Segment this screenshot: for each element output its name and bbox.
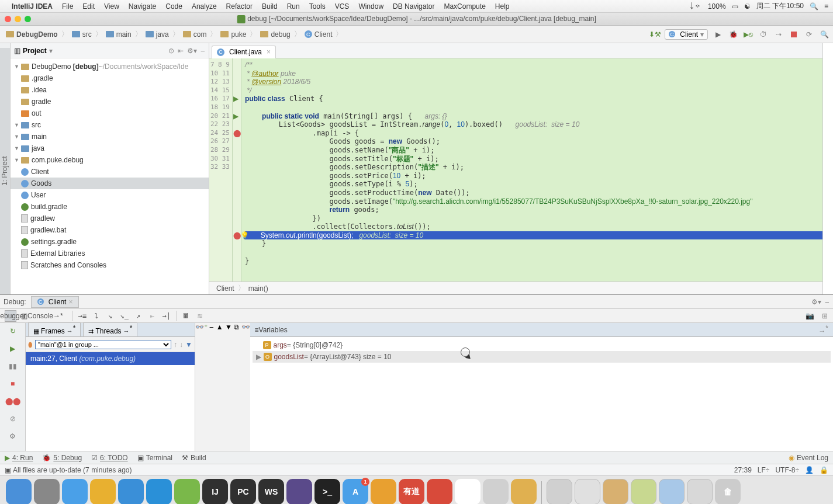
dock-app[interactable] — [511, 479, 537, 504]
menu-navigate[interactable]: Navigate — [129, 2, 156, 11]
menu-help[interactable]: Help — [495, 2, 510, 11]
new-watch-icon[interactable]: 👓⁺ — [195, 323, 208, 331]
dock-app[interactable] — [286, 479, 312, 504]
stop-debug-icon[interactable]: ■ — [7, 378, 19, 390]
tree-item[interactable]: .idea — [11, 84, 209, 96]
wifi-icon[interactable]: ⏚ ᯤ — [690, 2, 702, 11]
gutter-marks[interactable]: ▶▶⬤⬤💡 — [233, 58, 241, 281]
watch-up-icon[interactable]: ▲ — [216, 323, 223, 331]
step-over-icon[interactable]: ⤵ — [91, 310, 102, 322]
tool-debug[interactable]: 🐞5: Debug — [42, 454, 82, 462]
tree-item[interactable]: ▼src — [11, 119, 209, 131]
caret-pos[interactable]: 27:39 — [734, 466, 752, 474]
copy-watch-icon[interactable]: ⧉ — [234, 323, 239, 331]
breakpoints-icon[interactable]: ⬤⬤ — [7, 395, 19, 407]
tool-build[interactable]: ⚒Build — [182, 454, 206, 462]
dock-app[interactable] — [687, 479, 713, 504]
frames-tab[interactable]: ▦ Frames →* — [28, 322, 81, 337]
menu-refactor[interactable]: Refactor — [226, 2, 253, 11]
menu-dbnav[interactable]: DB Navigator — [393, 2, 434, 11]
search-icon[interactable]: 🔍 — [819, 29, 829, 40]
remove-watch-icon[interactable]: ‒ — [209, 323, 214, 331]
code-editor[interactable]: /** * @author puke * @version 2018/6/5 *… — [241, 58, 822, 281]
debug-button[interactable]: 🐞 — [728, 29, 738, 40]
filter-icon[interactable]: ▼ — [185, 340, 192, 349]
dock-app[interactable] — [547, 479, 572, 504]
dock-app[interactable] — [631, 479, 656, 504]
editor-tab-client[interactable]: CClient.java× — [212, 46, 276, 58]
mute-bp-icon[interactable]: ⊘ — [7, 413, 19, 425]
tree-item[interactable]: Client — [11, 166, 209, 178]
encoding[interactable]: UTF-8÷ — [775, 466, 799, 474]
show-watches-icon[interactable]: 👓 — [241, 323, 250, 331]
vars-restore-icon[interactable]: →* — [818, 324, 828, 335]
dock-app[interactable] — [174, 479, 200, 504]
settings-icon[interactable]: ⚙▾ — [187, 47, 197, 55]
tool-terminal[interactable]: ▣Terminal — [137, 454, 172, 462]
line-number-gutter[interactable]: 7 8 9 10 11 12 13 14 15 16 17 18 19 20 2… — [209, 58, 233, 281]
notif-icon[interactable]: ≡ — [824, 2, 828, 11]
drop-frame-icon[interactable]: ⇤ — [147, 310, 158, 322]
breadcrumb[interactable]: DebugDemo〉 src〉 main〉 java〉 com〉 puke〉 d… — [4, 29, 344, 39]
dock-app[interactable] — [90, 479, 116, 504]
rerun-icon[interactable]: ↻ — [7, 325, 19, 337]
tree-item[interactable]: Goods — [11, 178, 209, 189]
tool-run[interactable]: ▶4: Run — [5, 454, 33, 462]
close-tab-icon[interactable]: × — [267, 48, 271, 56]
project-tree[interactable]: ▼DebugDemo [debug] ~/Documents/workSpace… — [11, 58, 209, 294]
tree-item[interactable]: gradlew — [11, 213, 209, 224]
threads-tab[interactable]: ⇉ Threads →* — [83, 322, 137, 337]
menu-vcs[interactable]: VCS — [335, 2, 350, 11]
dock-app[interactable]: WS — [258, 479, 284, 504]
dock-app[interactable] — [483, 479, 509, 504]
debugger-tab[interactable]: Debugger — [5, 310, 16, 322]
tree-item[interactable]: gradle — [11, 96, 209, 107]
clock[interactable]: 周二 下午10:50 — [756, 1, 804, 11]
step-out-icon[interactable]: ↗ — [133, 310, 144, 322]
tree-item[interactable]: out — [11, 107, 209, 119]
tree-item[interactable]: ▼com.puke.debug — [11, 154, 209, 166]
spotlight-icon[interactable]: 🔍 — [810, 2, 818, 11]
dock-app[interactable]: IJ — [202, 479, 228, 504]
tree-item[interactable]: build.gradle — [11, 201, 209, 213]
attach-button[interactable]: ⇢ — [773, 29, 784, 40]
stack-frame[interactable]: main:27, Client (com.puke.debug) — [26, 352, 195, 365]
menu-tools[interactable]: Tools — [309, 2, 326, 11]
debug-hide-icon[interactable]: ‒ — [825, 298, 829, 306]
dock-app[interactable]: A1 — [343, 479, 368, 504]
dock-app[interactable] — [603, 479, 628, 504]
dock-app[interactable]: T — [455, 479, 481, 504]
dock-app[interactable]: 有道 — [399, 479, 424, 504]
dock-app[interactable] — [34, 479, 60, 504]
editor-breadcrumb[interactable]: Client〉main() — [209, 281, 822, 294]
lock-icon[interactable]: 🔒 — [820, 466, 828, 474]
tree-item[interactable]: settings.gradle — [11, 236, 209, 248]
update-button[interactable]: ⟳ — [804, 29, 814, 40]
right-toolwindow-stripe[interactable] — [822, 43, 833, 294]
dock-app[interactable] — [371, 479, 396, 504]
dock-app[interactable] — [575, 479, 600, 504]
tool-eventlog[interactable]: ◉ Event Log — [789, 454, 828, 462]
stop-button[interactable] — [789, 29, 799, 40]
menu-build[interactable]: Build — [262, 2, 278, 11]
pause-icon[interactable]: ▮▮ — [7, 360, 19, 372]
dock-trash[interactable]: 🗑 — [715, 479, 741, 504]
frame-up-icon[interactable]: ↑ — [174, 340, 177, 349]
menu-window[interactable]: Window — [358, 2, 383, 11]
force-step-into-icon[interactable]: ↘̲ — [119, 310, 130, 322]
debug-session-tab[interactable]: CClient × — [31, 296, 80, 308]
coverage-button[interactable]: ▶⎋ — [743, 29, 753, 40]
left-toolwindow-stripe[interactable]: 1: Project DB Browser Project Explorer J… — [0, 43, 11, 294]
tree-item[interactable]: gradlew.bat — [11, 224, 209, 236]
menu-edit[interactable]: Edit — [82, 2, 95, 11]
resume-icon[interactable]: ▶ — [7, 343, 19, 354]
trace-icon[interactable]: ≋ — [194, 310, 206, 322]
build-icon[interactable]: ⬇⚒ — [649, 29, 660, 40]
dock-app[interactable]: PC — [230, 479, 256, 504]
collapse-icon[interactable]: ⇤ — [178, 47, 184, 55]
tree-item[interactable]: ▼java — [11, 142, 209, 154]
layout-icon[interactable]: ⊞ — [819, 310, 831, 322]
menu-file[interactable]: File — [62, 2, 73, 11]
run-config-select[interactable]: CClient ▾ — [665, 29, 708, 40]
tree-item[interactable]: User — [11, 189, 209, 201]
